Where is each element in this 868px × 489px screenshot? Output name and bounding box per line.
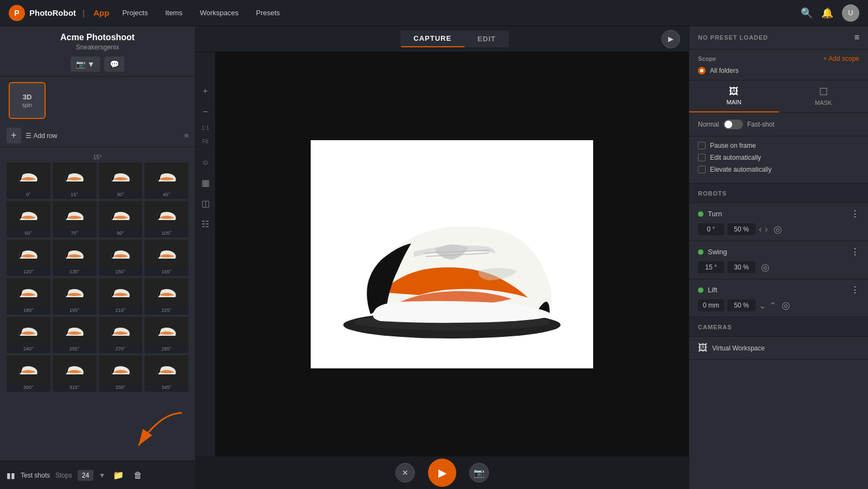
turn-percent-btn[interactable]: 50 % xyxy=(727,223,756,235)
virtual-workspace-btn[interactable]: 🖼 Virtual Workspace xyxy=(698,342,859,354)
thumb-image xyxy=(144,201,188,229)
tab-main[interactable]: 🖼 MAIN xyxy=(689,80,779,112)
bell-icon[interactable]: 🔔 xyxy=(821,7,833,19)
thumb-item[interactable]: 180° xyxy=(7,278,51,315)
elevate-automatically-row[interactable]: Elevate automatically xyxy=(698,166,859,173)
thumb-item[interactable]: 270° xyxy=(99,317,143,353)
thumb-item[interactable]: 150° xyxy=(99,240,143,276)
virtual-workspace-label: Virtual Workspace xyxy=(712,344,765,352)
lift-percent-btn[interactable]: 50 % xyxy=(727,299,756,311)
avatar[interactable]: U xyxy=(842,4,859,22)
thumb-item[interactable]: 315° xyxy=(53,355,97,392)
comment-tool-btn[interactable]: 💬 xyxy=(104,57,124,72)
lift-value-btn[interactable]: 0 mm xyxy=(698,299,724,311)
tab-capture[interactable]: CAPTURE xyxy=(400,30,464,47)
swing-value-btn[interactable]: 15 ° xyxy=(698,261,724,273)
robot-lift-name: Lift xyxy=(698,286,717,294)
thumb-item[interactable]: 255° xyxy=(53,317,97,353)
delete-btn[interactable]: 🗑 xyxy=(131,468,144,482)
turn-target-btn[interactable]: ◎ xyxy=(773,223,782,235)
thumb-item[interactable]: 120° xyxy=(7,240,51,276)
tab-mask[interactable]: ☐ MASK xyxy=(779,80,869,112)
thumb-item[interactable]: 285° xyxy=(144,317,188,353)
zoom-out-btn[interactable]: − xyxy=(197,103,214,121)
swing-percent-btn[interactable]: 30 % xyxy=(727,261,756,273)
thumb-item[interactable]: 0° xyxy=(7,162,51,199)
preview-play-btn[interactable]: ▶ xyxy=(662,30,680,48)
normal-fastshot-toggle[interactable] xyxy=(724,120,743,129)
thumb-image xyxy=(53,355,97,384)
spin-3d-btn[interactable]: 3D spin xyxy=(9,82,46,119)
nav-presets[interactable]: Presets xyxy=(251,7,284,19)
main-tab-label: MAIN xyxy=(727,99,742,105)
turn-menu-btn[interactable]: ⋮ xyxy=(851,209,859,219)
swing-target-btn[interactable]: ◎ xyxy=(761,261,770,273)
thumb-item[interactable]: 90° xyxy=(99,201,143,237)
lift-up-btn[interactable]: ⌃ xyxy=(769,300,776,311)
thumb-image xyxy=(53,201,97,229)
thumb-shoe-icon xyxy=(62,207,86,223)
turn-value-btn[interactable]: 0 ° xyxy=(698,223,724,235)
elevate-auto-checkbox[interactable] xyxy=(698,166,706,173)
pause-on-frame-checkbox[interactable] xyxy=(698,142,706,149)
all-folders-option[interactable]: All folders xyxy=(698,67,859,74)
turn-prev-btn[interactable]: ‹ xyxy=(759,224,762,234)
add-scope-btn[interactable]: + Add scope xyxy=(823,55,859,62)
thumb-shoe-icon xyxy=(109,168,133,185)
thumb-item[interactable]: 135° xyxy=(53,240,97,276)
lift-target-btn[interactable]: ◎ xyxy=(782,299,790,311)
edit-automatically-row[interactable]: Edit automatically xyxy=(698,154,859,161)
nav-items[interactable]: Items xyxy=(161,7,187,19)
thumb-item[interactable]: 345° xyxy=(144,355,188,392)
thumb-item[interactable]: 240° xyxy=(7,317,51,353)
cancel-capture-btn[interactable]: ✕ xyxy=(395,463,415,482)
thumb-item[interactable]: 105° xyxy=(144,201,188,237)
thumb-item[interactable]: 225° xyxy=(144,278,188,315)
lift-down-btn[interactable]: ⌄ xyxy=(759,300,766,311)
thumb-item[interactable]: 30° xyxy=(99,162,143,199)
thumb-image xyxy=(144,240,188,268)
tab-edit[interactable]: EDIT xyxy=(464,30,509,47)
pause-on-frame-row[interactable]: Pause on frame xyxy=(698,142,859,149)
play-big-btn[interactable]: ▶ xyxy=(428,459,456,487)
panel-menu-btn[interactable]: ≡ xyxy=(854,33,859,42)
thumb-angle-label: 225° xyxy=(144,306,188,315)
search-icon[interactable]: 🔍 xyxy=(801,7,813,19)
nav-workspaces[interactable]: Workspaces xyxy=(196,7,243,19)
stops-dropdown-icon[interactable]: ▼ xyxy=(99,472,105,479)
thumb-item[interactable]: 15° xyxy=(53,162,97,199)
thumb-item[interactable]: 165° xyxy=(144,240,188,276)
thumb-item[interactable]: 195° xyxy=(53,278,97,315)
add-row-btn[interactable]: ☰ Add row xyxy=(26,132,58,140)
brightness-btn[interactable]: ☼ xyxy=(197,153,214,171)
row-menu-icon[interactable]: ≡ xyxy=(184,131,188,140)
thumb-item[interactable]: 300° xyxy=(7,355,51,392)
toggle-row: Normal Fast-shot xyxy=(689,113,868,136)
folder-btn[interactable]: 📁 xyxy=(111,468,126,482)
thumb-item[interactable]: 75° xyxy=(53,201,97,237)
camera-tool-btn[interactable]: 📷 ▼ xyxy=(71,57,100,72)
stops-value-btn[interactable]: 24 xyxy=(78,470,93,481)
turn-next-btn[interactable]: › xyxy=(765,224,768,234)
thumb-item[interactable]: 330° xyxy=(99,355,143,392)
zoom-in-btn[interactable]: + xyxy=(197,83,214,100)
frame-btn[interactable]: ▦ xyxy=(197,174,214,191)
swing-menu-btn[interactable]: ⋮ xyxy=(851,247,859,257)
add-item-btn[interactable]: + xyxy=(7,128,21,143)
pause-on-frame-label: Pause on frame xyxy=(710,142,756,149)
grid-btn[interactable]: ☷ xyxy=(197,215,214,233)
filmstrip-btn[interactable]: ◫ xyxy=(197,195,214,212)
lift-menu-btn[interactable]: ⋮ xyxy=(851,285,859,295)
nav-projects[interactable]: Projects xyxy=(118,7,152,19)
edit-auto-checkbox[interactable] xyxy=(698,154,706,161)
thumb-item[interactable]: 60° xyxy=(7,201,51,237)
cameras-section: 🖼 Virtual Workspace xyxy=(689,337,868,360)
zoom-fit[interactable]: Fit xyxy=(200,137,210,146)
thumb-shoe-icon xyxy=(62,323,86,339)
thumb-angle-label: 60° xyxy=(7,229,51,237)
camera-capture-btn[interactable]: 📷 xyxy=(469,463,489,482)
thumb-item[interactable]: 45° xyxy=(144,162,188,199)
thumb-item[interactable]: 210° xyxy=(99,278,143,315)
thumb-angle-label: 105° xyxy=(144,229,188,237)
zoom-1to1[interactable]: 1:1 xyxy=(199,124,211,132)
